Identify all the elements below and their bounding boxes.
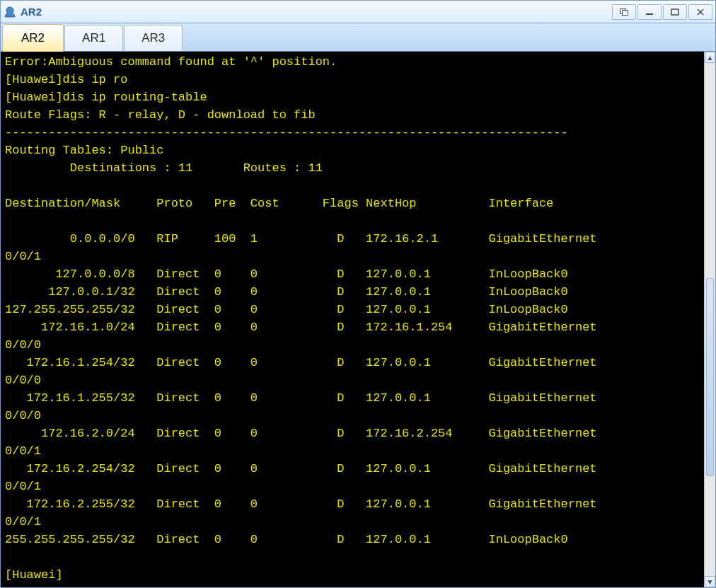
app-window: AR2 AR2AR1AR3 Error:Ambiguous command fo… [0, 0, 716, 588]
minimize-button[interactable] [637, 4, 662, 20]
close-button[interactable] [688, 4, 712, 20]
tabbar: AR2AR1AR3 [1, 23, 715, 52]
scroll-down-button[interactable]: ▼ [705, 576, 715, 587]
tab-ar1[interactable]: AR1 [64, 25, 123, 51]
terminal-output[interactable]: Error:Ambiguous command found at '^' pos… [1, 52, 704, 587]
tab-ar3[interactable]: AR3 [124, 25, 183, 51]
scroll-thumb[interactable] [706, 278, 714, 476]
svg-rect-1 [623, 10, 628, 15]
terminal-area: Error:Ambiguous command found at '^' pos… [1, 52, 715, 587]
window-title: AR2 [21, 6, 612, 18]
svg-rect-3 [671, 9, 679, 15]
restore-extra-button[interactable] [612, 4, 636, 20]
tab-ar2[interactable]: AR2 [2, 24, 64, 52]
scrollbar[interactable]: ▲ ▼ [704, 52, 715, 587]
window-controls [612, 4, 712, 20]
titlebar: AR2 [1, 1, 715, 23]
app-icon [4, 6, 16, 18]
maximize-button[interactable] [663, 4, 687, 20]
scroll-up-button[interactable]: ▲ [705, 52, 715, 63]
